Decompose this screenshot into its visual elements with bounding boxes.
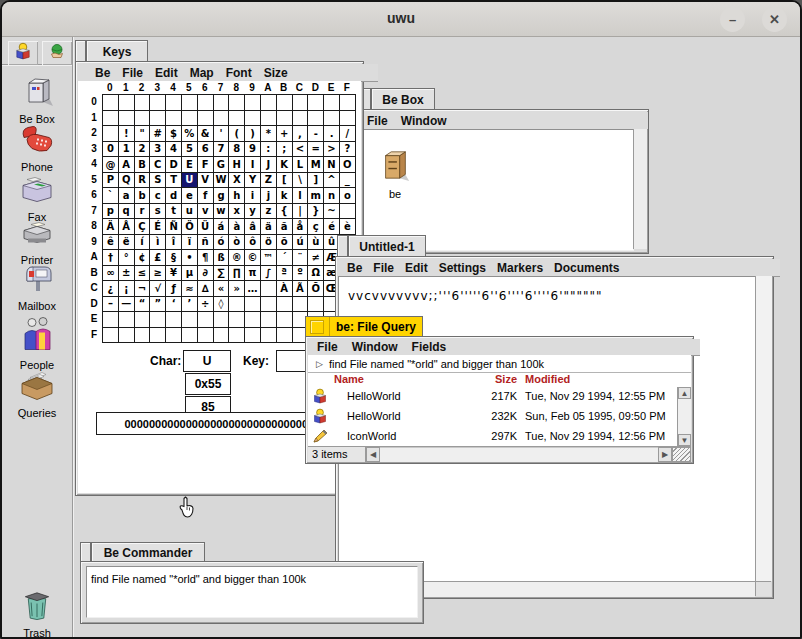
query-hscrollbar[interactable] — [380, 447, 658, 462]
key-cell[interactable]: v — [198, 204, 214, 220]
key-cell[interactable]: r — [135, 204, 151, 220]
key-cell[interactable] — [340, 111, 356, 127]
key-cell[interactable]: Ü — [198, 219, 214, 235]
key-cell[interactable] — [135, 95, 151, 111]
key-cell[interactable]: , — [293, 126, 309, 142]
key-cell[interactable]: õ — [277, 235, 293, 251]
menu-font[interactable]: Font — [226, 66, 252, 80]
keys-window-tab-stub[interactable] — [75, 40, 86, 62]
key-cell[interactable]: ê — [103, 235, 119, 251]
key-cell[interactable]: w — [214, 204, 230, 220]
key-cell[interactable] — [150, 328, 166, 344]
commander-window-tab[interactable]: Be Commander — [91, 542, 205, 562]
key-cell[interactable]: B — [135, 157, 151, 173]
key-cell[interactable]: Õ — [308, 281, 324, 297]
key-cell[interactable]: / — [340, 126, 356, 142]
column-header-size[interactable]: Size — [468, 373, 517, 385]
key-cell[interactable]: s — [150, 204, 166, 220]
key-cell[interactable]: © — [245, 250, 261, 266]
key-cell[interactable]: . — [324, 126, 340, 142]
key-cell[interactable]: ` — [103, 188, 119, 204]
key-cell[interactable]: j — [261, 188, 277, 204]
key-cell[interactable]: T — [166, 173, 182, 189]
key-cell[interactable]: â — [245, 219, 261, 235]
key-cell[interactable]: ¨ — [293, 250, 309, 266]
key-cell[interactable]: ~ — [324, 204, 340, 220]
menu-file[interactable]: File — [122, 66, 143, 80]
menu-map[interactable]: Map — [190, 66, 214, 80]
key-cell[interactable] — [245, 297, 261, 313]
key-cell[interactable]: ∂ — [198, 266, 214, 282]
key-cell[interactable] — [166, 111, 182, 127]
key-cell[interactable]: $ — [166, 126, 182, 142]
key-cell[interactable] — [214, 95, 230, 111]
commander-window-tab-stub[interactable] — [80, 542, 91, 562]
key-cell[interactable]: D — [166, 157, 182, 173]
key-cell[interactable]: ¡ — [119, 281, 135, 297]
titlebar[interactable]: uwu – ✕ — [2, 2, 800, 37]
key-cell[interactable] — [135, 111, 151, 127]
key-cell[interactable]: ≤ — [135, 266, 151, 282]
key-cell[interactable] — [229, 111, 245, 127]
key-cell[interactable] — [166, 328, 182, 344]
key-cell[interactable] — [308, 111, 324, 127]
key-cell[interactable]: + — [277, 126, 293, 142]
key-cell[interactable]: p — [103, 204, 119, 220]
key-cell[interactable]: é — [324, 219, 340, 235]
menu-file[interactable]: File — [367, 114, 388, 128]
key-cell[interactable]: U — [182, 173, 198, 189]
key-cell[interactable]: * — [261, 126, 277, 142]
key-cell[interactable]: _ — [340, 173, 356, 189]
key-cell[interactable]: ¿ — [103, 281, 119, 297]
menu-file[interactable]: File — [373, 261, 394, 275]
key-cell[interactable]: K — [277, 157, 293, 173]
hex-value-field[interactable]: 0x55 — [185, 373, 231, 395]
untitled-vscrollbar[interactable] — [755, 276, 772, 581]
key-cell[interactable]: ® — [229, 250, 245, 266]
key-cell[interactable]: W — [214, 173, 230, 189]
key-cell[interactable] — [103, 111, 119, 127]
key-cell[interactable]: É — [150, 219, 166, 235]
tab-close-box[interactable] — [310, 320, 324, 334]
key-cell[interactable] — [119, 95, 135, 111]
hand-globe-button[interactable] — [42, 41, 72, 65]
key-cell[interactable]: [ — [277, 173, 293, 189]
key-cell[interactable] — [245, 95, 261, 111]
column-header-modified[interactable]: Modified — [525, 373, 570, 385]
key-cell[interactable]: » — [229, 281, 245, 297]
key-cell[interactable]: Ω — [308, 266, 324, 282]
key-cell[interactable]: l — [293, 188, 309, 204]
key-cell[interactable]: ! — [119, 126, 135, 142]
key-cell[interactable] — [182, 95, 198, 111]
key-cell[interactable]: ¬ — [135, 281, 151, 297]
table-row[interactable]: HelloWorld 232K Sun, Feb 05 1995, 09:50 … — [308, 407, 677, 427]
key-cell[interactable] — [198, 328, 214, 344]
key-cell[interactable]: g — [214, 188, 230, 204]
key-cell[interactable]: H — [229, 157, 245, 173]
key-cell[interactable]: ¶ — [198, 250, 214, 266]
key-cell[interactable]: ó — [214, 235, 230, 251]
bebox-vscrollbar[interactable] — [633, 129, 647, 249]
key-cell[interactable]: ≈ — [182, 281, 198, 297]
key-cell[interactable]: t — [166, 204, 182, 220]
key-cell[interactable] — [229, 312, 245, 328]
key-cell[interactable]: & — [198, 126, 214, 142]
key-cell[interactable]: F — [198, 157, 214, 173]
key-cell[interactable]: I — [245, 157, 261, 173]
key-cell[interactable]: — — [119, 297, 135, 313]
key-cell[interactable]: ú — [293, 235, 309, 251]
key-cell[interactable] — [135, 312, 151, 328]
scroll-left-icon[interactable]: ◀ — [366, 447, 380, 462]
key-cell[interactable]: ù — [308, 235, 324, 251]
key-cell[interactable]: … — [245, 281, 261, 297]
key-cell[interactable] — [277, 111, 293, 127]
key-cell[interactable]: L — [293, 157, 309, 173]
char-value-field[interactable]: U — [183, 350, 231, 372]
key-cell[interactable]: V — [198, 173, 214, 189]
scroll-down-icon[interactable]: ▼ — [678, 434, 691, 446]
keys-window-tab[interactable]: Keys — [86, 40, 148, 62]
key-cell[interactable] — [245, 312, 261, 328]
key-cell[interactable]: z — [261, 204, 277, 220]
key-cell[interactable]: m — [308, 188, 324, 204]
key-cell[interactable] — [214, 111, 230, 127]
